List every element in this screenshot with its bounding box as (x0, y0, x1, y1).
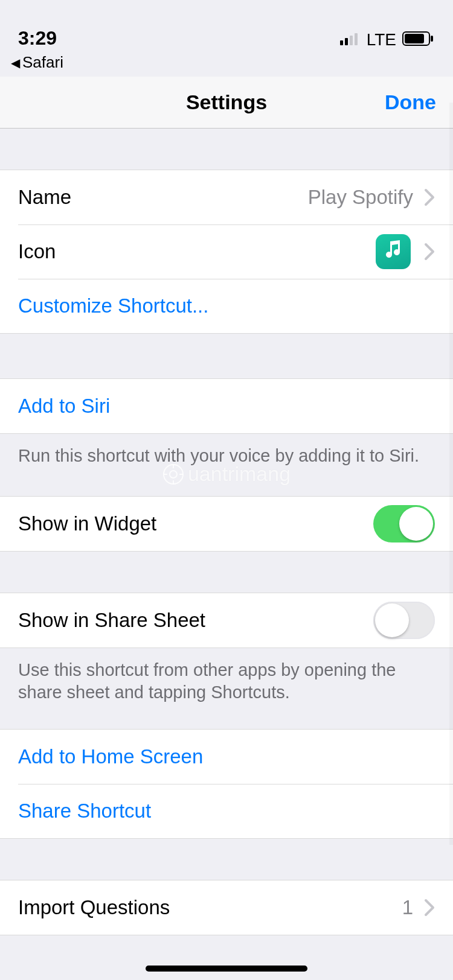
battery-icon (402, 31, 435, 48)
network-label: LTE (367, 30, 396, 49)
toggle-show-widget[interactable] (373, 505, 435, 542)
status-time: 3:29 (18, 27, 57, 49)
nav-bar: Settings Done (0, 77, 453, 129)
group-siri: Add to Siri (0, 378, 453, 434)
row-customize[interactable]: Customize Shortcut... (0, 279, 453, 333)
siri-footer-text: Run this shortcut with your voice by add… (0, 434, 453, 482)
shortcut-icon-preview (376, 234, 411, 269)
row-show-widget[interactable]: Show in Widget (0, 497, 453, 551)
group-actions: Add to Home Screen Share Shortcut (0, 729, 453, 839)
row-import-questions[interactable]: Import Questions 1 (0, 880, 453, 935)
cell-signal-icon (340, 32, 361, 48)
svg-rect-6 (431, 36, 433, 42)
section-spacer (0, 129, 453, 170)
row-icon[interactable]: Icon (0, 224, 453, 279)
row-import-count: 1 (402, 896, 413, 919)
section-spacer (0, 552, 453, 593)
row-share-shortcut-label: Share Shortcut (18, 800, 151, 822)
row-name-value: Play Spotify (308, 186, 413, 209)
row-customize-label: Customize Shortcut... (18, 294, 208, 317)
row-show-widget-label: Show in Widget (18, 512, 373, 535)
svg-rect-0 (340, 40, 343, 45)
section-spacer (0, 334, 453, 378)
share-footer-text: Use this shortcut from other apps by ope… (0, 648, 453, 718)
svg-rect-2 (350, 36, 353, 45)
section-spacer (0, 839, 453, 880)
row-import-label: Import Questions (18, 896, 402, 919)
row-add-siri-label: Add to Siri (18, 395, 110, 418)
toggle-show-share[interactable] (373, 602, 435, 639)
group-import: Import Questions 1 (0, 880, 453, 935)
chevron-right-icon (424, 188, 435, 206)
svg-rect-1 (345, 38, 348, 45)
row-name[interactable]: Name Play Spotify (0, 170, 453, 224)
back-triangle-icon: ◀ (11, 56, 20, 70)
status-bar: 3:29 LTE (0, 0, 453, 53)
music-note-icon (383, 239, 403, 264)
status-right: LTE (340, 30, 435, 49)
group-share-sheet: Show in Share Sheet (0, 593, 453, 648)
group-widget: Show in Widget (0, 496, 453, 552)
chevron-right-icon (424, 243, 435, 261)
row-show-share-label: Show in Share Sheet (18, 609, 373, 632)
chevron-right-icon (424, 899, 435, 917)
done-button[interactable]: Done (385, 91, 436, 114)
row-name-label: Name (18, 186, 308, 209)
svg-rect-3 (355, 33, 358, 45)
back-to-app[interactable]: ◀ Safari (0, 53, 453, 77)
row-add-home-label: Add to Home Screen (18, 745, 203, 768)
back-app-label: Safari (22, 53, 63, 72)
home-indicator[interactable] (146, 966, 307, 972)
group-general: Name Play Spotify Icon Customize Shortcu… (0, 170, 453, 334)
row-icon-label: Icon (18, 240, 376, 263)
row-share-shortcut[interactable]: Share Shortcut (0, 784, 453, 838)
row-add-home[interactable]: Add to Home Screen (0, 730, 453, 784)
scrollbar[interactable] (449, 103, 453, 845)
svg-rect-5 (405, 34, 424, 43)
row-show-share[interactable]: Show in Share Sheet (0, 593, 453, 648)
row-add-siri[interactable]: Add to Siri (0, 379, 453, 433)
